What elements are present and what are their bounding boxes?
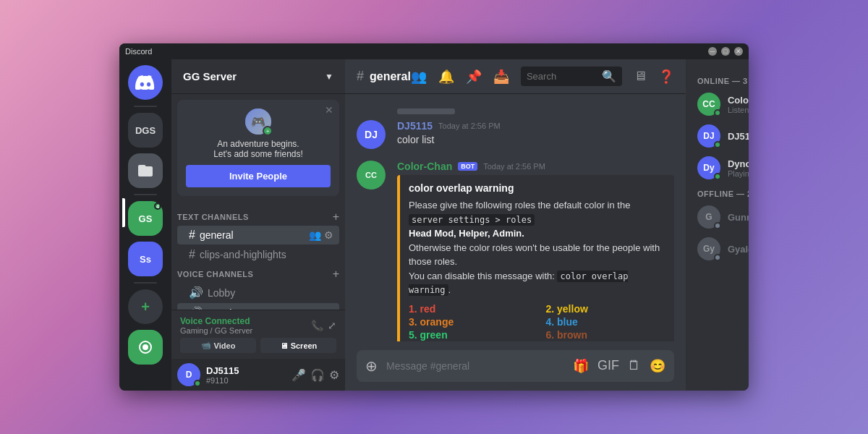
- channel-name-clips: clips-and-highlights: [200, 249, 333, 260]
- mic-icon[interactable]: 🎤: [292, 368, 306, 382]
- bell-icon[interactable]: 🔔: [438, 69, 454, 85]
- headset-icon[interactable]: 🎧: [310, 368, 325, 382]
- color-item-brown: 6. brown: [545, 329, 665, 341]
- sidebar-item-gg-server[interactable]: GS 4: [128, 201, 163, 236]
- sidebar-item-active-green[interactable]: [128, 330, 163, 365]
- monitor-icon[interactable]: 🖥: [634, 69, 647, 84]
- embed-body: Please give the following roles the defa…: [409, 198, 665, 297]
- pin-icon[interactable]: 📌: [466, 69, 482, 85]
- invite-popup: ✕ 🎮 + An adventure begins. Let's add som…: [177, 100, 339, 196]
- inbox-icon[interactable]: 📥: [493, 69, 509, 85]
- titlebar-title: Discord: [125, 47, 708, 56]
- minimize-button[interactable]: ─: [708, 47, 717, 56]
- sticker-icon[interactable]: 🗒: [628, 358, 641, 374]
- member-item-gunners[interactable]: G Gunners: [692, 201, 749, 233]
- message-timestamp: Today at 2:56 PM: [483, 162, 545, 171]
- server-header[interactable]: GG Server ▼: [171, 59, 345, 94]
- search-bar[interactable]: 🔍: [521, 67, 622, 86]
- titlebar-controls: ─ □ ✕: [708, 47, 743, 56]
- voice-channels-category[interactable]: Voice Channels +: [171, 265, 345, 282]
- emoji-icon[interactable]: 😊: [650, 358, 665, 374]
- right-sidebar: ONLINE — 3 CC Color-Chan BOT Listening t…: [686, 59, 749, 391]
- color-item-yellow: 2. yellow: [545, 303, 665, 315]
- status-dot: [714, 254, 721, 261]
- sidebar-item-folder[interactable]: [128, 153, 163, 188]
- message-content: DJ5115 Today at 2:56 PM color list: [397, 120, 674, 149]
- sidebar-item-discord-home[interactable]: [128, 65, 163, 100]
- member-info: Gunners: [728, 210, 749, 224]
- help-icon[interactable]: ❓: [658, 69, 674, 85]
- svg-point-1: [142, 344, 148, 350]
- sidebar-item-dgs[interactable]: DGS: [128, 113, 163, 148]
- titlebar: Discord ─ □ ✕: [119, 43, 749, 59]
- member-item-gyaldenlama[interactable]: Gy Gyaldenlama: [692, 233, 749, 265]
- settings-icon[interactable]: ⚙: [324, 229, 333, 241]
- voice-channel-gaming[interactable]: 🔊 Gaming: [177, 303, 339, 310]
- voice-disconnect-icon[interactable]: 📞: [311, 320, 323, 331]
- message-group: DJ DJ5115 Today at 2:56 PM color list: [357, 120, 674, 149]
- message-avatar: CC: [357, 161, 386, 190]
- username: DJ5115: [206, 365, 286, 376]
- color-item-red: 1. red: [409, 303, 528, 315]
- close-button[interactable]: ✕: [734, 47, 743, 56]
- member-status: Listening to color help: [728, 106, 749, 114]
- server-divider: [134, 106, 157, 107]
- text-channel-icon: #: [189, 248, 195, 261]
- message-username: DJ5115: [397, 120, 433, 132]
- gif-icon[interactable]: GIF: [597, 358, 619, 374]
- member-item-color-chan[interactable]: CC Color-Chan BOT Listening to color hel…: [692, 88, 749, 120]
- settings-icon[interactable]: ⚙: [329, 368, 339, 382]
- add-member-icon[interactable]: 👥: [309, 229, 321, 241]
- member-avatar: Dy: [697, 156, 720, 179]
- message-text: color list: [397, 133, 674, 148]
- members-icon[interactable]: 👥: [411, 69, 427, 85]
- discord-window: Discord ─ □ ✕ DGS: [119, 43, 749, 391]
- search-input[interactable]: [527, 71, 597, 82]
- member-name: Gunners: [728, 212, 749, 223]
- screen-button[interactable]: 🖥 Screen: [260, 338, 336, 353]
- member-item-dyno[interactable]: Dy Dyno BOT Playing dyno.gg | ?help: [692, 152, 749, 184]
- sidebar-item-add-server[interactable]: +: [128, 289, 163, 324]
- invite-people-button[interactable]: Invite People: [186, 165, 331, 187]
- main-area: DGS GS 4 Ss +: [119, 59, 749, 391]
- member-item-dj5115[interactable]: DJ DJ5115 ⭐: [692, 120, 749, 152]
- voice-channel-lobby[interactable]: 🔊 Lobby: [177, 283, 339, 302]
- voice-expand-icon[interactable]: ⤢: [328, 320, 336, 331]
- voice-connected-title: Voice Connected: [180, 316, 252, 326]
- channel-name-general: general: [200, 229, 305, 241]
- server-divider-2: [134, 194, 157, 195]
- maximize-button[interactable]: □: [721, 47, 730, 56]
- member-info: Dyno BOT Playing dyno.gg | ?help: [728, 158, 749, 178]
- message-content: Color-Chan BOT Today at 2:56 PM color ov…: [397, 161, 674, 341]
- text-channels-category[interactable]: Text Channels +: [171, 208, 345, 225]
- gift-icon[interactable]: 🎁: [573, 358, 589, 374]
- text-channels-label: Text Channels: [177, 213, 249, 221]
- search-icon: 🔍: [602, 69, 616, 83]
- video-icon: 📹: [201, 341, 211, 350]
- sidebar-item-ss[interactable]: Ss: [128, 242, 163, 276]
- add-attachment-button[interactable]: ⊕: [365, 357, 378, 375]
- add-channel-button[interactable]: +: [333, 210, 339, 224]
- user-status-dot: [194, 380, 201, 387]
- status-dot: [714, 173, 721, 180]
- member-status: Playing dyno.gg | ?help: [728, 169, 749, 178]
- color-item-orange: 3. orange: [409, 316, 528, 328]
- chat-channel-name: general: [370, 70, 411, 83]
- user-avatar: D: [177, 363, 200, 386]
- text-channel-icon: #: [189, 229, 195, 242]
- channel-item-clips[interactable]: # clips-and-highlights: [177, 245, 339, 264]
- voice-connected-bar: Voice Connected Gaming / GG Server 📞 ⤢ 📹…: [171, 310, 345, 359]
- video-button[interactable]: 📹 Video: [180, 338, 256, 353]
- status-dot: [714, 222, 721, 229]
- voice-icon: 🔊: [189, 286, 203, 299]
- chat-input[interactable]: [386, 360, 564, 372]
- add-voice-channel-button[interactable]: +: [333, 268, 339, 281]
- member-info: Color-Chan BOT Listening to color help: [728, 95, 749, 114]
- chat-input-area: ⊕ 🎁 GIF 🗒 😊: [345, 341, 686, 391]
- voice-connected-subtitle: Gaming / GG Server: [180, 326, 252, 335]
- member-avatar: Gy: [697, 237, 720, 260]
- invite-popup-close[interactable]: ✕: [325, 104, 333, 116]
- channel-item-general[interactable]: # general 👥 ⚙: [177, 226, 339, 244]
- notification-badge: 4: [154, 203, 161, 210]
- messages-area: DJ DJ5115 Today at 2:56 PM color list CC: [345, 94, 686, 341]
